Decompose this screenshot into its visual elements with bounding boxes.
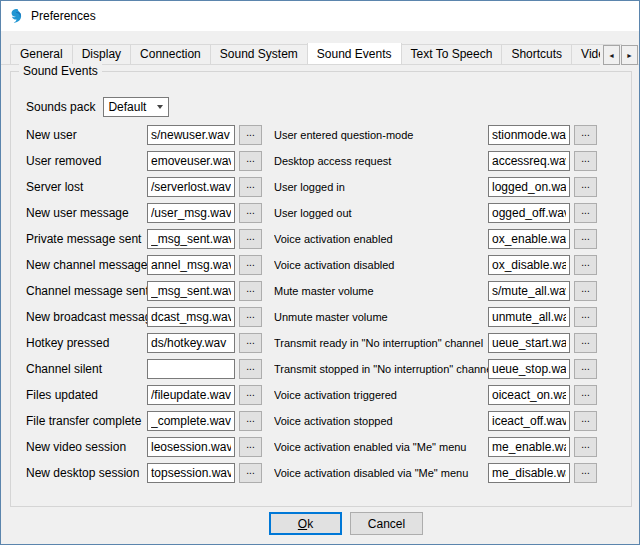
sound-event-row: Voice activation enabled ... [274, 226, 620, 252]
sound-event-label: New broadcast message [26, 310, 147, 324]
browse-button[interactable]: ... [239, 151, 262, 171]
tab-sound-events[interactable]: Sound Events [307, 43, 402, 65]
group-title: Sound Events [19, 64, 102, 78]
browse-button[interactable]: ... [239, 203, 262, 223]
sound-event-row: File transfer complete ... [26, 408, 274, 434]
browse-button[interactable]: ... [239, 463, 262, 483]
sound-file-input[interactable] [147, 463, 235, 483]
browse-button[interactable]: ... [574, 203, 597, 223]
sound-event-row: New channel message ... [26, 252, 274, 278]
ok-button[interactable]: Ok [269, 512, 342, 535]
sound-file-input[interactable] [488, 229, 570, 249]
tab-connection[interactable]: Connection [130, 44, 211, 64]
sound-event-label: Server lost [26, 180, 147, 194]
sound-file-input[interactable] [488, 203, 570, 223]
browse-button[interactable]: ... [574, 177, 597, 197]
sound-event-row: New user message ... [26, 200, 274, 226]
sound-file-input[interactable] [147, 411, 235, 431]
browse-button[interactable]: ... [239, 177, 262, 197]
browse-button[interactable]: ... [239, 411, 262, 431]
sound-event-label: New user message [26, 206, 147, 220]
browse-button[interactable]: ... [239, 333, 262, 353]
tab-display[interactable]: Display [72, 44, 131, 64]
sound-file-input[interactable] [488, 281, 570, 301]
sound-file-input[interactable] [147, 203, 235, 223]
tab-text-to-speech[interactable]: Text To Speech [401, 44, 503, 64]
sound-file-input[interactable] [488, 177, 570, 197]
sound-event-row: User logged out ... [274, 200, 620, 226]
sound-file-input[interactable] [488, 359, 570, 379]
browse-button[interactable]: ... [574, 411, 597, 431]
browse-button[interactable]: ... [239, 307, 262, 327]
browse-button[interactable]: ... [574, 255, 597, 275]
sound-file-input[interactable] [488, 437, 570, 457]
sound-event-row: Files updated ... [26, 382, 274, 408]
sound-event-row: Voice activation enabled via "Me" menu .… [274, 434, 620, 460]
sounds-pack-select[interactable]: Default [103, 97, 169, 117]
browse-button[interactable]: ... [574, 281, 597, 301]
browse-button[interactable]: ... [574, 151, 597, 171]
sound-event-label: Transmit stopped in "No interruption" ch… [274, 363, 488, 375]
sound-event-row: New user ... [26, 122, 274, 148]
cancel-button[interactable]: Cancel [350, 512, 423, 535]
sound-file-input[interactable] [147, 177, 235, 197]
browse-button[interactable]: ... [239, 385, 262, 405]
sound-file-input[interactable] [488, 411, 570, 431]
sound-file-input[interactable] [488, 307, 570, 327]
sound-file-input[interactable] [488, 385, 570, 405]
sound-file-input[interactable] [488, 125, 570, 145]
tab-scroll-right-button[interactable]: ► [621, 45, 638, 65]
tab-scroll-left-icon: ◄ [608, 52, 615, 59]
browse-button[interactable]: ... [239, 359, 262, 379]
sound-event-row: Transmit ready in "No interruption" chan… [274, 330, 620, 356]
browse-button[interactable]: ... [239, 229, 262, 249]
tab-scroll-left-button[interactable]: ◄ [603, 45, 620, 65]
browse-button[interactable]: ... [574, 385, 597, 405]
sound-file-input[interactable] [147, 359, 235, 379]
browse-button[interactable]: ... [239, 125, 262, 145]
browse-button[interactable]: ... [574, 359, 597, 379]
tab-scrollers: ◄ ► [600, 45, 638, 65]
sound-event-label: File transfer complete [26, 414, 147, 428]
browse-button[interactable]: ... [239, 437, 262, 457]
sound-event-row: Desktop access request ... [274, 148, 620, 174]
sound-event-row: Unmute master volume ... [274, 304, 620, 330]
sounds-pack-value: Default [104, 100, 152, 114]
sound-file-input[interactable] [147, 437, 235, 457]
dropdown-arrow-icon [152, 105, 168, 109]
sound-file-input[interactable] [488, 255, 570, 275]
browse-button[interactable]: ... [574, 463, 597, 483]
browse-button[interactable]: ... [239, 255, 262, 275]
sound-event-row: New video session ... [26, 434, 274, 460]
tab-general[interactable]: General [10, 44, 73, 64]
sound-file-input[interactable] [147, 333, 235, 353]
sound-file-input[interactable] [147, 125, 235, 145]
sound-event-label: Voice activation enabled [274, 233, 488, 245]
sound-file-input[interactable] [488, 333, 570, 353]
sound-file-input[interactable] [147, 229, 235, 249]
sound-event-label: Files updated [26, 388, 147, 402]
browse-button[interactable]: ... [574, 307, 597, 327]
sound-file-input[interactable] [147, 151, 235, 171]
sound-file-input[interactable] [147, 281, 235, 301]
sound-event-label: Voice activation disabled [274, 259, 488, 271]
tab-shortcuts[interactable]: Shortcuts [501, 44, 572, 64]
sound-event-label: Voice activation disabled via "Me" menu [274, 467, 488, 479]
browse-button[interactable]: ... [574, 125, 597, 145]
sound-file-input[interactable] [488, 151, 570, 171]
sound-file-input[interactable] [147, 255, 235, 275]
sounds-pack-label: Sounds pack [26, 100, 95, 114]
sound-event-row: User logged in ... [274, 174, 620, 200]
tab-sound-system[interactable]: Sound System [210, 44, 308, 64]
sound-file-input[interactable] [147, 307, 235, 327]
sound-event-row: Hotkey pressed ... [26, 330, 274, 356]
tab-bar: General Display Connection Sound System … [1, 43, 639, 65]
browse-button[interactable]: ... [239, 281, 262, 301]
sound-event-label: Private message sent [26, 232, 147, 246]
browse-button[interactable]: ... [574, 437, 597, 457]
browse-button[interactable]: ... [574, 229, 597, 249]
sound-event-label: New desktop session [26, 466, 147, 480]
browse-button[interactable]: ... [574, 333, 597, 353]
sound-file-input[interactable] [488, 463, 570, 483]
sound-file-input[interactable] [147, 385, 235, 405]
